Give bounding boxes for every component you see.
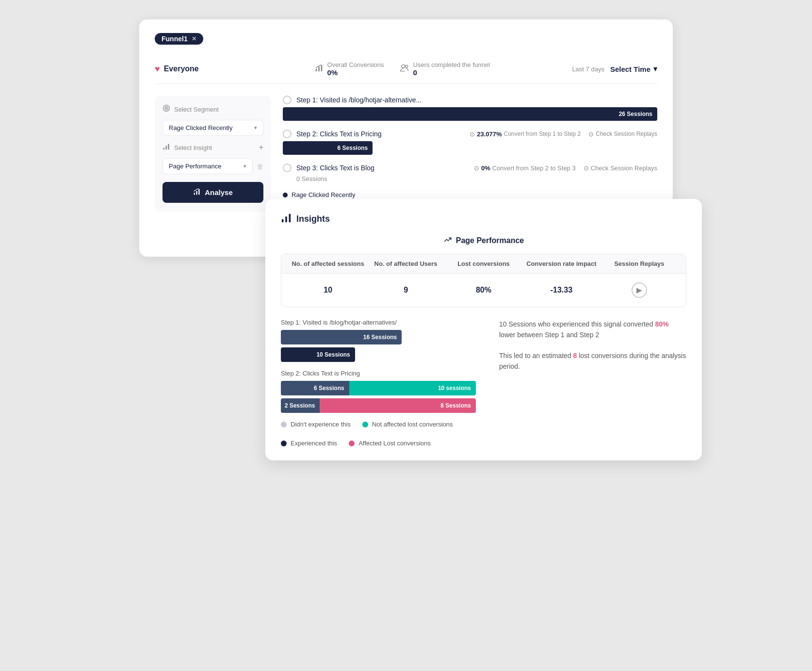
select-insight-label: Select Insight (174, 144, 255, 151)
insights-card: Insights Page Performance No. of affecte… (265, 199, 702, 460)
svg-rect-1 (318, 66, 320, 71)
chevron-down-icon: ▾ (653, 65, 657, 73)
insight-text-2: This led to an estimated 8 lost conversi… (499, 350, 686, 372)
legend-circle-teal (362, 422, 368, 427)
replay-button[interactable]: ▶ (632, 282, 647, 298)
table-row: 10 9 80% -13.33 ▶ (281, 274, 686, 307)
svg-rect-16 (289, 214, 291, 222)
svg-rect-14 (282, 219, 284, 222)
step-1-bar: 26 Sessions (283, 107, 657, 121)
insight-icon (162, 143, 170, 152)
select-time-button[interactable]: Select Time ▾ (610, 65, 657, 73)
svg-rect-8 (163, 147, 164, 149)
segment-dropdown[interactable]: Rage Clicked Recently ▾ (162, 120, 263, 136)
page-performance-title: Page Performance (281, 235, 686, 246)
insight-text-1: 10 Sessions who experienced this signal … (499, 319, 686, 341)
insights-steps: Step 1: Visited is /blog/hotjar-alternat… (281, 319, 476, 447)
legend-experienced: Experienced this (281, 440, 337, 447)
col-affected-sessions: No. of affected sessions (289, 260, 367, 267)
legend-circle-dark (281, 441, 287, 446)
convert-pct-1: ⊙ 23.077% Convert from Step 1 to Step 2 (470, 131, 581, 138)
legend-circle-pink (349, 441, 355, 446)
insights-legend: Didn't experience this Not affected lost… (281, 421, 476, 447)
step1-bar-light: 16 Sessions (281, 330, 476, 344)
chevron-down-icon: ▾ (244, 163, 246, 169)
close-icon[interactable]: ✕ (192, 35, 196, 42)
insights-icon (281, 213, 292, 226)
legend-affected-lost: Affected Lost conversions (349, 440, 431, 447)
step-2-bar: 6 Sessions (283, 141, 373, 155)
svg-rect-11 (194, 193, 195, 195)
step1-bar-dark: 10 Sessions (281, 347, 476, 362)
svg-rect-10 (168, 144, 169, 149)
col-affected-users: No. of affected Users (367, 260, 444, 267)
add-insight-button[interactable]: + (259, 143, 263, 152)
svg-point-7 (166, 108, 167, 109)
users-icon (400, 64, 409, 75)
insights-lower: Step 1: Visited is /blog/hotjar-alternat… (281, 319, 686, 447)
step-3-label: Step 3: Clicks Text is Blog (296, 164, 374, 172)
step2-bar-teal: 6 Sessions 10 sessions (281, 381, 476, 395)
col-conversion-rate-impact: Conversion rate impact (522, 260, 600, 267)
insights-text-block: 10 Sessions who experienced this signal … (491, 319, 686, 382)
funnel-step-1: Step 1: Visited is /blog/hotjar-alternat… (283, 96, 657, 121)
analyse-icon (193, 188, 201, 197)
everyone-label: ♥ Everyone (155, 64, 232, 74)
analyse-button[interactable]: Analyse (162, 182, 263, 203)
insight-dropdown[interactable]: Page Performance ▾ (162, 158, 253, 174)
heart-icon: ♥ (155, 64, 160, 74)
funnel-step-3: Step 3: Clicks Text is Blog ⊙ 0% Convert… (283, 164, 657, 182)
insights-table: No. of affected sessions No. of affected… (281, 254, 686, 307)
legend-circle-gray (281, 422, 287, 427)
svg-point-4 (405, 65, 407, 67)
legend-not-affected: Not affected lost conversions (362, 421, 453, 428)
step-2-label: Step 2: Clicks Text is Pricing (296, 130, 382, 138)
top-bar-right: Last 7 days Select Time ▾ (572, 65, 657, 73)
select-segment-row: Select Segment (162, 104, 263, 114)
last-days-label: Last 7 days (572, 65, 604, 73)
sidebar-section: Select Segment Rage Clicked Recently ▾ (155, 96, 271, 212)
trend-icon (443, 235, 452, 246)
svg-rect-2 (321, 65, 322, 71)
funnel-tag-label: Funnel1 (162, 35, 188, 43)
val-session-replays: ▶ (601, 282, 678, 298)
legend-label: Rage Clicked Recently (292, 191, 356, 198)
col-session-replays: Session Replays (601, 260, 678, 267)
step-circle-2 (283, 130, 292, 138)
select-insight-row: Select Insight + (162, 143, 263, 152)
highlight-num: 8 (573, 352, 577, 360)
check-replays-1[interactable]: ⊙ Check Session Replays (588, 131, 657, 138)
chevron-down-icon: ▾ (254, 125, 257, 131)
legend-row: Rage Clicked Recently (283, 191, 657, 198)
convert-pct-2: ⊙ 0% Convert from Step 2 to Step 3 (474, 164, 576, 172)
svg-rect-15 (285, 216, 287, 222)
step-circle-1 (283, 96, 292, 104)
svg-point-3 (402, 65, 405, 68)
insights-step-1-label: Step 1: Visited is /blog/hotjar-alternat… (281, 319, 476, 326)
step-1-label: Step 1: Visited is /blog/hotjar-alternat… (296, 96, 422, 104)
top-bar: ♥ Everyone Overall Conversions (155, 61, 657, 84)
val-affected-users: 9 (367, 282, 444, 298)
svg-rect-0 (315, 68, 317, 71)
overall-conversions-stat: Overall Conversions 0% (315, 61, 384, 77)
funnel-step-2: Step 2: Clicks Text is Pricing ⊙ 23.077%… (283, 130, 657, 155)
users-completed-stat: Users completed the funnel 0 (400, 61, 490, 77)
delete-insight-button[interactable]: 🗑 (257, 163, 263, 170)
chart-icon (315, 64, 324, 75)
insights-step-2-label: Step 2: Clicks Text is Pricing (281, 370, 476, 377)
step2-bar-pink: 2 Sessions 8 Sessions (281, 398, 476, 413)
table-header: No. of affected sessions No. of affected… (281, 254, 686, 274)
svg-rect-12 (196, 191, 197, 195)
svg-rect-9 (165, 146, 166, 149)
val-affected-sessions: 10 (289, 282, 367, 298)
val-conversion-rate-impact: -13.33 (522, 282, 600, 298)
sidebar: Select Segment Rage Clicked Recently ▾ (155, 96, 271, 243)
check-replays-2[interactable]: ⊙ Check Session Replays (584, 164, 657, 172)
highlight-pct: 80% (655, 320, 668, 328)
top-bar-stats: Overall Conversions 0% (232, 61, 572, 77)
funnel-tag[interactable]: Funnel1 ✕ (155, 33, 203, 45)
insights-title: Insights (281, 213, 686, 226)
segment-icon (162, 104, 170, 114)
select-segment-label: Select Segment (174, 106, 263, 113)
legend-dot (283, 193, 288, 197)
